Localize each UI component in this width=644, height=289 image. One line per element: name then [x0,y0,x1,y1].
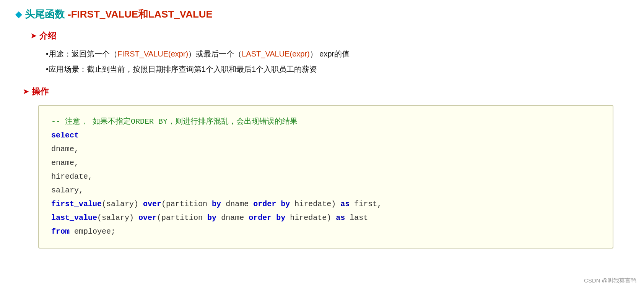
comment-text: -- 注意， 如果不指定ORDER BY，则进行排序混乱，会出现错误的结果 [51,117,298,126]
first-value-args: (salary) [102,200,143,208]
last-value-highlight: LAST_VALUE(expr) [242,50,309,58]
last-alias: last [345,213,368,222]
last-value-fn: last_value [51,213,97,222]
first-part-text: (partition [161,200,212,208]
operation-section: ➤ 操作 [15,86,629,97]
arrow-right-icon: ➤ [31,32,36,40]
bullet-1: •用途：返回第一个（FIRST_VALUE(expr)）或最后一个（LAST_V… [46,48,629,60]
code-salary-line: salary, [51,184,600,197]
from-rest: employee; [70,227,115,236]
title-teal-text: 头尾函数 [25,8,65,21]
first-alias: first, [350,200,382,208]
arrow-right-icon-2: ➤ [23,87,29,96]
first-value-highlight: FIRST_VALUE(expr) [117,50,188,58]
select-keyword: select [51,131,79,140]
last-value-args: (salary) [97,213,138,222]
bullet1-before: •用途：返回第一个（ [46,50,117,58]
code-first-value-line: first_value(salary) over(partition by dn… [51,197,600,211]
bullet1-after: ） expr的值 [310,50,350,58]
code-hiredate-line: hiredate, [51,170,600,184]
first-value-fn: first_value [51,200,102,208]
from-keyword: from [51,227,70,236]
title-red-text: -FIRST_VALUE和LAST_VALUE [68,8,213,21]
last-part-text: (partition [157,213,207,222]
code-from-line: from employee; [51,225,600,239]
first-dname: dname [221,200,253,208]
salary-text: salary, [51,186,83,195]
first-order-kw: order by [253,200,290,208]
code-dname-line: dname, [51,142,600,156]
first-by1-kw: by [212,200,221,208]
last-hire: hiredate) [285,213,336,222]
bullet-2: •应用场景：截止到当前，按照日期排序查询第1个入职和最后1个入职员工的薪资 [46,63,629,75]
dname-text: dname, [51,145,79,153]
bullet2-text: •应用场景：截止到当前，按照日期排序查询第1个入职和最后1个入职员工的薪资 [46,65,317,73]
bullet1-mid: ）或最后一个（ [188,50,242,58]
last-by1-kw: by [207,213,216,222]
intro-label: 介绍 [39,30,56,42]
code-block: -- 注意， 如果不指定ORDER BY，则进行排序混乱，会出现错误的结果 se… [38,105,613,249]
code-last-value-line: last_value(salary) over(partition by dna… [51,211,600,225]
page-title: ◆ 头尾函数-FIRST_VALUE和LAST_VALUE [15,8,629,21]
intro-section: ➤ 介绍 •用途：返回第一个（FIRST_VALUE(expr)）或最后一个（L… [23,30,629,75]
first-over-kw: over [143,200,161,208]
operation-label: 操作 [32,86,49,97]
bullet-items: •用途：返回第一个（FIRST_VALUE(expr)）或最后一个（LAST_V… [46,48,629,75]
intro-heading: ➤ 介绍 [31,30,629,42]
code-ename-line: ename, [51,156,600,170]
last-dname: dname [216,213,249,222]
first-hire: hiredate) [290,200,340,208]
hiredate-text: hiredate, [51,172,93,181]
operation-heading: ➤ 操作 [23,86,629,97]
footer: CSDN @叫我莫言鸭 [584,277,636,284]
code-comment-line: -- 注意， 如果不指定ORDER BY，则进行排序混乱，会出现错误的结果 [51,115,600,129]
ename-text: ename, [51,158,79,167]
diamond-icon: ◆ [15,10,22,19]
last-as-kw: as [336,213,345,222]
code-select-line: select [51,129,600,142]
first-as-kw: as [340,200,350,208]
last-order-kw: order by [249,213,285,222]
last-over-kw: over [138,213,157,222]
